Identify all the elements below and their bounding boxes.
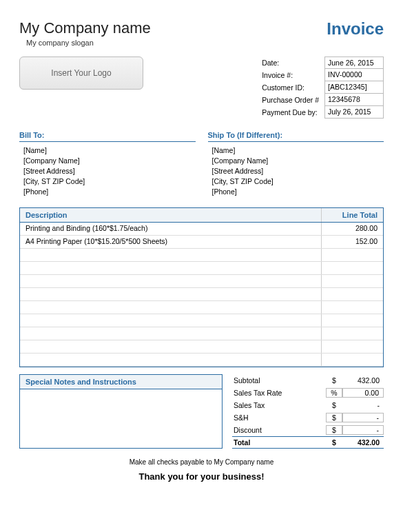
item-total[interactable] bbox=[321, 275, 383, 287]
item-total[interactable] bbox=[321, 301, 383, 314]
table-row[interactable] bbox=[20, 288, 383, 301]
value-date[interactable]: June 26, 2015 bbox=[324, 57, 384, 69]
item-desc[interactable] bbox=[20, 262, 321, 274]
table-row[interactable] bbox=[20, 354, 383, 367]
taxrate-label: Sales Tax Rate bbox=[232, 389, 326, 397]
items-table: Description Line Total Printing and Bind… bbox=[19, 207, 384, 367]
notes-header: Special Notes and Instructions bbox=[19, 374, 223, 389]
item-desc[interactable] bbox=[20, 354, 321, 366]
item-total[interactable] bbox=[321, 262, 383, 274]
value-po[interactable]: 12345678 bbox=[324, 94, 384, 106]
discount-value[interactable]: - bbox=[342, 425, 384, 435]
label-customer-id: Customer ID: bbox=[262, 81, 319, 94]
table-row[interactable] bbox=[20, 249, 383, 262]
notes-body[interactable] bbox=[19, 389, 223, 449]
item-total[interactable] bbox=[321, 327, 383, 340]
item-total[interactable]: 152.00 bbox=[321, 236, 383, 248]
thanks-text: Thank you for your business! bbox=[19, 471, 384, 482]
shipto-header: Ship To (If Different): bbox=[208, 131, 384, 142]
item-desc[interactable]: A4 Printing Paper (10*$15.20/5*500 Sheet… bbox=[20, 236, 321, 248]
item-desc[interactable] bbox=[20, 288, 321, 300]
tax-value: - bbox=[342, 401, 384, 409]
sh-symbol: $ bbox=[326, 413, 342, 422]
totals-block: Subtotal $ 432.00 Sales Tax Rate % 0.00 … bbox=[232, 374, 384, 449]
item-total[interactable] bbox=[321, 340, 383, 353]
total-value: 432.00 bbox=[342, 438, 384, 447]
item-total[interactable] bbox=[321, 249, 383, 261]
item-desc[interactable] bbox=[20, 327, 321, 340]
tax-symbol: $ bbox=[326, 401, 342, 409]
billto-city[interactable]: [City, ST ZIP Code] bbox=[23, 177, 196, 185]
item-desc[interactable] bbox=[20, 301, 321, 314]
item-total[interactable] bbox=[321, 354, 383, 366]
table-row[interactable] bbox=[20, 301, 383, 314]
col-line-total: Line Total bbox=[321, 208, 383, 222]
discount-symbol: $ bbox=[326, 425, 342, 435]
logo-placeholder[interactable]: Insert Your Logo bbox=[19, 57, 143, 90]
shipto-company[interactable]: [Company Name] bbox=[212, 156, 384, 165]
tax-label: Sales Tax bbox=[232, 401, 326, 409]
label-due: Payment Due by: bbox=[262, 106, 319, 119]
item-total[interactable] bbox=[321, 288, 383, 300]
label-po: Purchase Order # bbox=[262, 94, 319, 106]
billto-name[interactable]: [Name] bbox=[23, 146, 196, 154]
billto-block: [Name] [Company Name] [Street Address] [… bbox=[19, 146, 196, 196]
table-row[interactable] bbox=[20, 327, 383, 340]
table-row[interactable] bbox=[20, 262, 383, 275]
table-row[interactable] bbox=[20, 275, 383, 288]
taxrate-symbol: % bbox=[326, 388, 342, 398]
table-row[interactable] bbox=[20, 340, 383, 354]
item-desc[interactable]: Printing and Binding (160*$1.75/each) bbox=[20, 223, 321, 235]
table-row[interactable]: Printing and Binding (160*$1.75/each)280… bbox=[20, 223, 383, 236]
value-customer-id[interactable]: [ABC12345] bbox=[324, 81, 384, 94]
table-row[interactable]: A4 Printing Paper (10*$15.20/5*500 Sheet… bbox=[20, 236, 383, 249]
subtotal-value: 432.00 bbox=[342, 376, 384, 385]
value-invoice-no[interactable]: INV-00000 bbox=[324, 69, 384, 81]
payable-text: Make all checks payable to My Company na… bbox=[19, 458, 384, 466]
taxrate-value[interactable]: 0.00 bbox=[342, 388, 384, 398]
item-desc[interactable] bbox=[20, 275, 321, 287]
item-desc[interactable] bbox=[20, 249, 321, 261]
sh-value[interactable]: - bbox=[342, 413, 384, 422]
billto-company[interactable]: [Company Name] bbox=[23, 156, 196, 165]
item-desc[interactable] bbox=[20, 314, 321, 327]
shipto-phone[interactable]: [Phone] bbox=[212, 187, 384, 196]
subtotal-label: Subtotal bbox=[232, 376, 326, 385]
label-invoice-no: Invoice #: bbox=[262, 69, 319, 81]
billto-phone[interactable]: [Phone] bbox=[23, 187, 196, 196]
item-total[interactable]: 280.00 bbox=[321, 223, 383, 235]
total-label: Total bbox=[232, 438, 326, 447]
item-total[interactable] bbox=[321, 314, 383, 327]
company-name: My Company name bbox=[19, 19, 151, 37]
shipto-city[interactable]: [City, ST ZIP Code] bbox=[212, 177, 384, 185]
sh-label: S&H bbox=[232, 413, 326, 422]
total-symbol: $ bbox=[326, 438, 342, 447]
company-slogan: My company slogan bbox=[26, 39, 151, 47]
label-date: Date: bbox=[262, 57, 319, 69]
value-due[interactable]: July 26, 2015 bbox=[324, 106, 384, 119]
shipto-block: [Name] [Company Name] [Street Address] [… bbox=[208, 146, 384, 196]
shipto-name[interactable]: [Name] bbox=[212, 146, 384, 154]
billto-street[interactable]: [Street Address] bbox=[23, 167, 196, 175]
col-description: Description bbox=[20, 208, 321, 222]
invoice-meta: Date: Invoice #: Customer ID: Purchase O… bbox=[262, 57, 384, 119]
billto-header: Bill To: bbox=[19, 131, 196, 142]
table-row[interactable] bbox=[20, 314, 383, 327]
subtotal-symbol: $ bbox=[326, 376, 342, 385]
shipto-street[interactable]: [Street Address] bbox=[212, 167, 384, 175]
item-desc[interactable] bbox=[20, 340, 321, 353]
invoice-title: Invoice bbox=[327, 19, 384, 39]
discount-label: Discount bbox=[232, 426, 326, 434]
